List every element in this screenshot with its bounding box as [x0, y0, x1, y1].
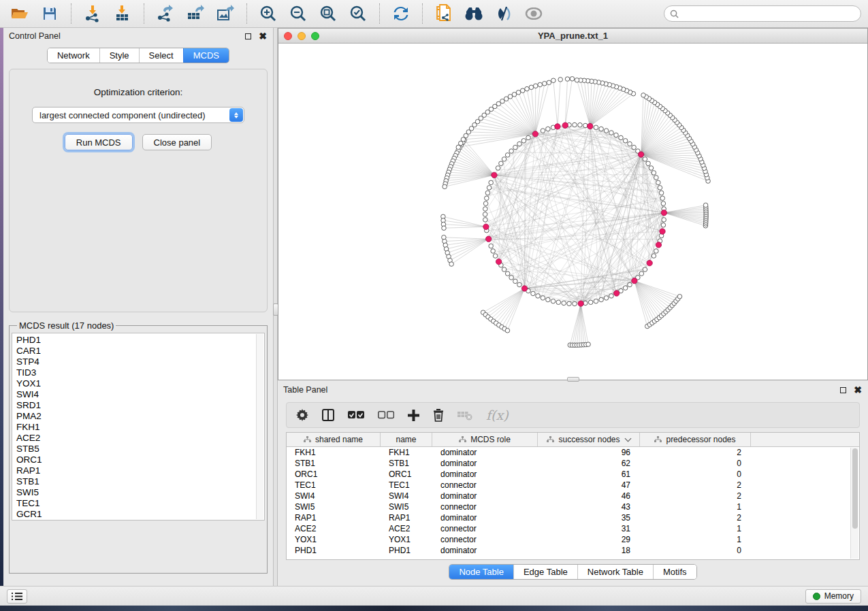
- mcds-result-item[interactable]: STB5: [16, 444, 264, 455]
- task-list-icon: [12, 592, 22, 601]
- cell-predecessor-nodes: 1: [640, 535, 751, 544]
- table-row[interactable]: ORC1ORC1dominator610: [287, 469, 859, 480]
- table-row[interactable]: PHD1PHD1dominator180: [287, 545, 859, 556]
- select-all-icon[interactable]: [348, 411, 364, 419]
- column-panel-icon[interactable]: [322, 409, 334, 421]
- memory-status-icon: [813, 593, 820, 600]
- mcds-result-list[interactable]: PHD1CAR1STP4TID3YOX1SWI4SRD1PMA2FKH1ACE2…: [12, 333, 265, 521]
- search-input[interactable]: [682, 9, 855, 18]
- column-header-mcds-role[interactable]: MCDS role: [432, 433, 538, 446]
- control-panel-tabs: NetworkStyleSelectMCDS: [47, 48, 229, 63]
- criterion-dropdown[interactable]: largest connected component (undirected): [32, 107, 244, 123]
- import-table-icon[interactable]: [110, 3, 135, 24]
- open-session-icon[interactable]: [7, 3, 33, 24]
- save-session-icon[interactable]: [37, 3, 63, 24]
- mcds-result-item[interactable]: SWI4: [16, 389, 264, 400]
- tab-edge-table[interactable]: Edge Table: [513, 565, 577, 579]
- mcds-result-item[interactable]: SRD1: [16, 400, 264, 411]
- network-window-titlebar[interactable]: YPA_prune.txt_1: [278, 29, 867, 44]
- column-header-successor-nodes[interactable]: successor nodes: [538, 433, 640, 446]
- table-row[interactable]: ACE2ACE2connector311: [287, 523, 859, 534]
- cell-successor-nodes: 46: [538, 491, 640, 501]
- mcds-result-item[interactable]: YOX1: [16, 378, 264, 389]
- table-row[interactable]: RAP1RAP1dominator352: [287, 512, 859, 523]
- table-options-gear-icon[interactable]: [296, 409, 308, 421]
- table-row[interactable]: TEC1TEC1connector472: [287, 480, 859, 491]
- tab-network[interactable]: Network: [48, 48, 99, 63]
- import-network-icon[interactable]: [80, 3, 106, 24]
- table-row[interactable]: SWI5SWI5connector431: [287, 501, 859, 512]
- task-history-button[interactable]: [7, 589, 27, 604]
- tab-select[interactable]: Select: [139, 48, 183, 63]
- close-table-panel-icon[interactable]: ✖: [853, 385, 863, 395]
- cell-shared-name: FKH1: [287, 448, 381, 457]
- toolbar-separator: [71, 3, 71, 24]
- run-mcds-button[interactable]: Run MCDS: [65, 134, 133, 150]
- zoom-selected-icon[interactable]: [345, 3, 371, 24]
- delete-column-icon[interactable]: [433, 409, 444, 422]
- hide-panel-icon[interactable]: [491, 3, 517, 24]
- table-row[interactable]: STB1STB1dominator620: [287, 458, 859, 469]
- close-panel-icon[interactable]: ✖: [258, 31, 268, 41]
- table-row[interactable]: FKH1FKH1dominator962: [287, 447, 859, 458]
- mcds-result-item[interactable]: GCR1: [16, 509, 264, 520]
- cell-successor-nodes: 18: [538, 546, 640, 555]
- table-vertical-scrollbar[interactable]: [850, 448, 858, 559]
- memory-label: Memory: [824, 591, 854, 601]
- mcds-result-item[interactable]: TEC1: [16, 498, 264, 509]
- network-doc-icon[interactable]: [431, 3, 457, 24]
- tab-node-table[interactable]: Node Table: [449, 565, 513, 579]
- cell-name: SWI5: [381, 502, 432, 512]
- mcds-result-item[interactable]: ACE2: [16, 433, 264, 444]
- mcds-result-item[interactable]: STP4: [16, 357, 264, 367]
- cell-shared-name: STB1: [287, 459, 381, 468]
- tab-mcds[interactable]: MCDS: [183, 48, 229, 63]
- zoom-in-icon[interactable]: [255, 3, 281, 24]
- zoom-out-icon[interactable]: [285, 3, 311, 24]
- cell-successor-nodes: 61: [538, 469, 640, 479]
- export-table-icon[interactable]: [182, 3, 208, 24]
- mcds-result-item[interactable]: ORC1: [16, 455, 264, 465]
- mcds-list-scrollbar[interactable]: [256, 334, 263, 519]
- column-header-predecessor-nodes[interactable]: predecessor nodes: [640, 433, 751, 446]
- column-header-shared-name[interactable]: shared name: [287, 433, 381, 446]
- memory-button[interactable]: Memory: [805, 589, 861, 604]
- eye-disabled-icon[interactable]: [521, 3, 547, 24]
- mcds-result-item[interactable]: RAP1: [16, 465, 264, 476]
- tab-style[interactable]: Style: [99, 48, 139, 63]
- mcds-result-item[interactable]: CAR1: [16, 346, 264, 357]
- mcds-result-item[interactable]: FKH1: [16, 422, 264, 433]
- node-table: shared namenameMCDS rolesuccessor nodesp…: [286, 432, 860, 560]
- network-canvas[interactable]: [278, 44, 867, 380]
- cell-predecessor-nodes: 2: [640, 491, 751, 501]
- column-header-name[interactable]: name: [381, 433, 432, 446]
- tab-network-table[interactable]: Network Table: [577, 565, 653, 579]
- scrollbar-thumb[interactable]: [852, 448, 858, 529]
- cell-shared-name: ORC1: [287, 469, 381, 479]
- table-row[interactable]: YOX1YOX1connector291: [287, 534, 859, 545]
- export-image-icon[interactable]: [212, 3, 238, 24]
- add-column-icon[interactable]: [408, 410, 419, 421]
- search-binoculars-icon[interactable]: [461, 3, 487, 24]
- refresh-layout-icon[interactable]: [388, 3, 414, 24]
- mcds-result-item[interactable]: TID3: [16, 367, 264, 378]
- tab-motifs[interactable]: Motifs: [653, 565, 696, 579]
- network-graph[interactable]: [278, 44, 867, 380]
- mcds-result-item[interactable]: PMA2: [16, 411, 264, 422]
- table-panel: Table Panel ✖: [278, 382, 868, 586]
- export-network-icon[interactable]: [152, 3, 178, 24]
- horizontal-divider-grip[interactable]: [567, 377, 579, 382]
- mcds-result-item[interactable]: PHD1: [16, 335, 264, 346]
- mcds-result-item[interactable]: SWI5: [16, 487, 264, 498]
- deselect-all-icon[interactable]: [378, 411, 394, 419]
- table-row[interactable]: SWI4SWI4dominator462: [287, 491, 859, 501]
- cell-mcds-role: dominator: [432, 491, 538, 501]
- panel-split-divider[interactable]: [273, 28, 278, 586]
- zoom-fit-icon[interactable]: [315, 3, 341, 24]
- cell-name: YOX1: [381, 535, 432, 544]
- float-table-panel-icon[interactable]: [838, 385, 848, 395]
- cell-shared-name: ACE2: [287, 524, 381, 533]
- float-panel-icon[interactable]: [243, 31, 253, 41]
- close-panel-button[interactable]: Close panel: [142, 134, 212, 150]
- mcds-result-item[interactable]: STB1: [16, 476, 264, 487]
